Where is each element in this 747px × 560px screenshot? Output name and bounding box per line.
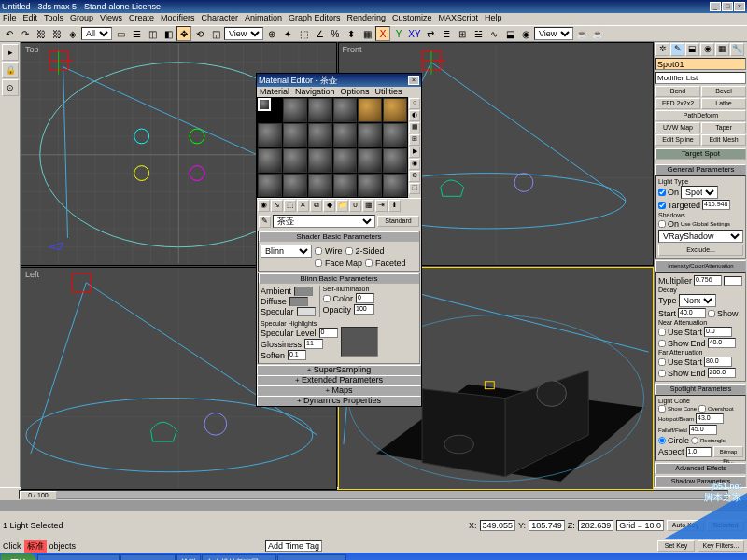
- dynamics-roll[interactable]: + Dynamics Properties: [257, 396, 421, 406]
- object-name-field[interactable]: Spot01: [655, 58, 746, 70]
- mod-uvw[interactable]: UVW Map: [655, 122, 700, 133]
- mod-editmesh[interactable]: Edit Mesh: [701, 134, 746, 146]
- restrict-x-button[interactable]: X: [375, 26, 390, 41]
- backlight-icon[interactable]: ◐: [409, 110, 420, 121]
- me-menu-utilities[interactable]: Utilities: [375, 87, 402, 97]
- shader-select[interactable]: Blinn: [261, 245, 312, 258]
- shadow-on-check[interactable]: [658, 220, 666, 228]
- medlg-close[interactable]: ×: [408, 76, 419, 85]
- put-to-scene-icon[interactable]: ↘: [271, 200, 283, 212]
- color-swatch[interactable]: [724, 276, 742, 286]
- spotlight-header[interactable]: Spotlight Parameters: [655, 384, 746, 395]
- mat-slot[interactable]: [283, 148, 307, 173]
- task-3dsmax[interactable]: Untitled - 3ds max 5...: [37, 554, 120, 560]
- select-name-button[interactable]: ☰: [129, 26, 144, 41]
- material-type-button[interactable]: Standard: [377, 216, 419, 227]
- modifier-list[interactable]: Modifier List: [655, 72, 746, 84]
- setkey-button[interactable]: Set Key: [657, 540, 695, 552]
- sample-uv-icon[interactable]: ⊞: [409, 134, 420, 146]
- helper-button[interactable]: ⊙: [2, 79, 19, 96]
- mat-slot[interactable]: [333, 123, 358, 147]
- mat-slot[interactable]: [283, 123, 307, 147]
- menu-character[interactable]: Character: [201, 13, 238, 25]
- rect-radio[interactable]: [691, 437, 698, 444]
- hierarchy-tab[interactable]: ⬓: [685, 43, 699, 56]
- light-type-select[interactable]: Spot: [681, 186, 718, 199]
- options-icon[interactable]: ⚙: [409, 171, 420, 182]
- mat-slot[interactable]: [383, 98, 407, 122]
- utilities-tab[interactable]: 🔧: [730, 43, 744, 56]
- undo-button[interactable]: ↶: [2, 26, 17, 41]
- task-photoshop[interactable]: Adobe Photoshop: [277, 554, 346, 560]
- make-preview-icon[interactable]: ◉: [409, 159, 420, 170]
- timeline-ruler[interactable]: [0, 500, 747, 511]
- circle-radio[interactable]: [658, 437, 666, 444]
- mat-slot[interactable]: [258, 148, 282, 173]
- menu-animation[interactable]: Animation: [245, 13, 282, 25]
- select-button[interactable]: ▭: [113, 26, 128, 41]
- align-button[interactable]: ≣: [439, 26, 454, 41]
- targeted-check[interactable]: [658, 202, 666, 209]
- material-editor-dialog[interactable]: Material Editor - 茶壶× Material Navigatio…: [256, 73, 422, 407]
- mod-bevel[interactable]: Bevel: [701, 86, 746, 97]
- menu-tools[interactable]: Tools: [44, 13, 63, 25]
- general-params-header[interactable]: General Parameters: [655, 164, 746, 175]
- specular-swatch[interactable]: [297, 307, 316, 316]
- pick-icon[interactable]: ✎: [259, 216, 271, 228]
- select-by-mat-icon[interactable]: ⬚: [409, 183, 420, 194]
- light-on-check[interactable]: [658, 189, 666, 196]
- exclude-button[interactable]: Exclude...: [658, 245, 743, 256]
- motion-tab[interactable]: ◉: [700, 43, 714, 56]
- mat-slot[interactable]: [358, 174, 382, 198]
- mat-slot[interactable]: [383, 174, 407, 198]
- mat-slot[interactable]: [333, 98, 358, 122]
- schematic-button[interactable]: ⬓: [502, 26, 517, 41]
- put-library-icon[interactable]: 📁: [336, 200, 348, 212]
- menu-group[interactable]: Group: [70, 13, 93, 25]
- tab-panel-button[interactable]: ▸: [2, 44, 19, 61]
- mat-slot[interactable]: [383, 148, 407, 173]
- menu-create[interactable]: Create: [129, 13, 154, 25]
- bind-button[interactable]: ◈: [65, 26, 80, 41]
- menu-maxscript[interactable]: MAXScript: [439, 13, 479, 25]
- restrict-xy-button[interactable]: XY: [407, 26, 422, 41]
- multiplier-spinner[interactable]: 0.756: [694, 275, 722, 286]
- intensity-header[interactable]: Intensity/Color/Attenuation: [655, 260, 746, 272]
- task-acdsee[interactable]: ACDSee 6.0 -: [120, 554, 176, 560]
- mod-pathdeform[interactable]: PathDeform: [655, 110, 746, 121]
- display-tab[interactable]: ▦: [715, 43, 729, 56]
- curve-editor-button[interactable]: ∿: [486, 26, 501, 41]
- pivot-button[interactable]: ⊕: [264, 26, 279, 41]
- menu-views[interactable]: Views: [100, 13, 122, 25]
- sample-type-icon[interactable]: ○: [409, 98, 420, 109]
- layer-button[interactable]: ☱: [471, 26, 486, 41]
- render-scene-button[interactable]: ☕: [574, 26, 589, 41]
- mat-slot[interactable]: [333, 148, 358, 173]
- task-tuliao[interactable]: 涂料: [176, 554, 201, 560]
- mod-ffd[interactable]: FFD 2x2x2: [655, 98, 700, 109]
- named-sel-button[interactable]: ▦: [359, 26, 374, 41]
- ambient-swatch[interactable]: [294, 287, 313, 296]
- mat-slot[interactable]: [383, 123, 407, 147]
- get-material-icon[interactable]: ◉: [258, 200, 270, 212]
- reset-icon[interactable]: ✕: [297, 200, 309, 212]
- material-editor-button[interactable]: ◉: [518, 26, 533, 41]
- extended-roll[interactable]: + Extended Parameters: [257, 375, 421, 385]
- rotate-button[interactable]: ⟲: [192, 26, 207, 41]
- mat-slot[interactable]: [308, 174, 332, 198]
- shader-basic-header[interactable]: Shader Basic Parameters: [259, 231, 419, 242]
- me-menu-navigation[interactable]: Navigation: [295, 87, 335, 97]
- menu-modifiers[interactable]: Modifiers: [161, 13, 195, 25]
- video-check-icon[interactable]: ▶: [409, 147, 420, 158]
- y-coord[interactable]: 185.749: [529, 520, 565, 531]
- mirror-button[interactable]: ⇄: [423, 26, 438, 41]
- diffuse-swatch[interactable]: [289, 297, 308, 306]
- z-coord[interactable]: 282.639: [578, 520, 614, 531]
- scale-button[interactable]: ◱: [208, 26, 223, 41]
- array-button[interactable]: ⊞: [455, 26, 470, 41]
- mat-slot[interactable]: [283, 174, 307, 198]
- menu-rendering[interactable]: Rendering: [347, 13, 387, 25]
- link-button[interactable]: ⛓: [34, 26, 49, 41]
- assign-icon[interactable]: ⬚: [284, 200, 296, 212]
- mat-slot[interactable]: [358, 123, 382, 147]
